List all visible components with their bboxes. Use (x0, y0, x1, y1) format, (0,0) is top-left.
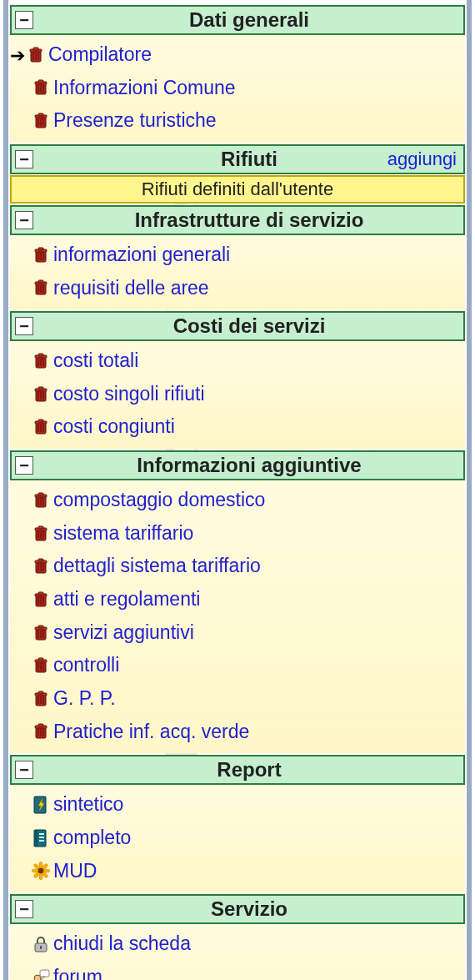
report-book-icon (32, 829, 50, 847)
section-title: Servizio (38, 897, 460, 921)
section-items-dati_generali: ➔ Compilatore Informazioni Comune Presen… (10, 35, 465, 143)
nav-item-label: Compilatore (48, 40, 152, 70)
trash-icon (33, 591, 48, 608)
section-header-report: −Report (10, 755, 465, 785)
nav-item[interactable]: Pratiche inf. acq. verde (12, 716, 463, 749)
nav-item[interactable]: atti e regolamenti (12, 583, 463, 616)
trash-icon (32, 418, 50, 436)
svg-rect-86 (38, 691, 43, 694)
section-subheader-rifiuti: Rifiuti definiti dall'utente (10, 175, 465, 204)
lock-icon (32, 935, 50, 953)
svg-rect-99 (34, 830, 38, 847)
nav-item[interactable]: Informazioni Comune (12, 72, 463, 105)
nav-item[interactable]: ➔ Compilatore (12, 38, 463, 72)
section-rifiuti: −RifiutiaggiungiRifiuti definiti dall'ut… (10, 144, 465, 204)
trash-icon (32, 78, 50, 97)
trash-icon (28, 47, 43, 63)
section-header-dati_generali: −Dati generali (10, 5, 465, 35)
section-info_agg: −Informazioni aggiuntive compostaggio do… (10, 450, 465, 753)
trash-icon (33, 279, 48, 296)
svg-rect-38 (38, 387, 43, 389)
trash-icon (33, 625, 48, 641)
section-report: −Report sintetico completo MUD (10, 755, 465, 892)
nav-item[interactable]: Presenze turistiche (12, 104, 463, 138)
trash-icon (33, 247, 48, 264)
svg-rect-100 (39, 833, 44, 835)
nav-item-label: costi congiunti (53, 412, 175, 442)
nav-item[interactable]: servizi aggiuntivi (12, 616, 463, 650)
trash-icon (32, 591, 50, 609)
trash-icon (32, 557, 50, 575)
trash-icon (32, 279, 50, 297)
collapse-toggle[interactable]: − (15, 900, 33, 918)
section-items-servizio: chiudi la scheda forum termina sessione (10, 924, 465, 980)
nav-item[interactable]: costi congiunti (12, 410, 463, 444)
section-action-rifiuti[interactable]: aggiungi (388, 148, 457, 170)
trash-icon (32, 385, 50, 404)
flower-icon (32, 862, 50, 880)
trash-icon (32, 690, 50, 708)
section-title: Infrastrutture di servizio (38, 209, 460, 232)
svg-rect-74 (38, 626, 43, 628)
svg-rect-8 (38, 80, 43, 83)
collapse-toggle[interactable]: − (15, 456, 33, 475)
collapse-toggle[interactable]: − (15, 317, 33, 335)
nav-item-label: sistema tariffario (53, 519, 193, 549)
trash-icon (33, 558, 48, 575)
section-header-infrastrutture: −Infrastrutture di servizio (10, 205, 465, 235)
trash-icon (33, 386, 48, 403)
nav-item-label: completo (53, 823, 131, 853)
nav-item[interactable]: controlli (12, 649, 463, 682)
trash-icon (32, 624, 50, 642)
trash-icon (33, 657, 48, 674)
svg-rect-114 (40, 946, 42, 949)
trash-icon (32, 656, 50, 675)
nav-item-label: chiudi la scheda (53, 929, 191, 959)
nav-item-label: Pratiche inf. acq. verde (53, 717, 249, 747)
report-book-icon (32, 829, 49, 847)
nav-item[interactable]: chiudi la scheda (12, 927, 463, 961)
nav-item-label: requisiti delle aree (53, 274, 209, 304)
nav-item[interactable]: requisiti delle aree (12, 272, 463, 305)
nav-item[interactable]: G. P. P. (12, 682, 463, 716)
nav-item[interactable]: forum (12, 961, 463, 980)
collapse-toggle[interactable]: − (15, 150, 33, 168)
collapse-toggle[interactable]: − (15, 11, 33, 29)
trash-icon (32, 491, 50, 510)
nav-item[interactable]: completo (12, 822, 463, 855)
trash-icon (33, 113, 48, 129)
svg-rect-44 (38, 420, 43, 422)
nav-item[interactable]: sistema tariffario (12, 517, 463, 550)
svg-rect-117 (40, 970, 49, 977)
nav-item[interactable]: informazioni generali (12, 239, 463, 272)
nav-panel: −Dati generali➔ Compilatore Informazioni… (10, 5, 465, 980)
report-bolt-icon (32, 796, 50, 814)
nav-item-label: costi totali (53, 346, 138, 376)
collapse-toggle[interactable]: − (15, 761, 33, 779)
svg-rect-92 (38, 724, 43, 726)
collapse-toggle[interactable]: − (15, 211, 33, 229)
nav-item[interactable]: costi totali (12, 344, 463, 378)
section-header-servizio: −Servizio (10, 894, 465, 924)
section-servizio: −Servizio chiudi la scheda forum termina… (10, 894, 465, 980)
nav-item-label: Presenze turistiche (53, 106, 217, 136)
trash-icon (33, 79, 48, 96)
section-header-rifiuti: −Rifiutiaggiungi (10, 144, 465, 174)
svg-rect-32 (38, 354, 43, 356)
svg-rect-56 (38, 526, 43, 529)
nav-item[interactable]: dettagli sistema tariffario (12, 550, 463, 583)
nav-item[interactable]: costo singoli rifiuti (12, 378, 463, 411)
trash-icon (27, 46, 45, 64)
lock-icon (32, 935, 50, 953)
svg-point-104 (39, 862, 42, 868)
svg-rect-20 (38, 248, 43, 250)
nav-item[interactable]: MUD (12, 855, 463, 888)
section-title: Dati generali (38, 8, 460, 32)
trash-icon (33, 691, 48, 707)
nav-item[interactable]: sintetico (12, 788, 463, 822)
nav-item[interactable]: compostaggio domestico (12, 484, 463, 517)
report-bolt-icon (32, 796, 49, 814)
svg-point-105 (39, 873, 42, 880)
section-items-infrastrutture: informazioni generali requisiti delle ar… (10, 235, 465, 309)
section-title: Report (38, 758, 460, 781)
